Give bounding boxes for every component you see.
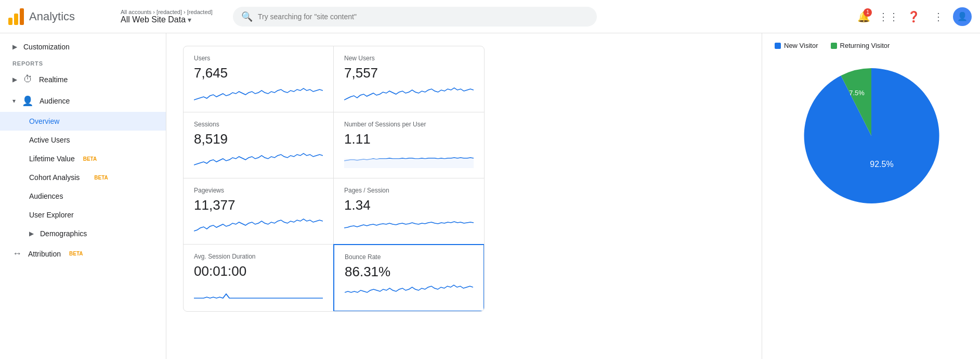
- returning-visitor-dot: [831, 43, 837, 49]
- chevron-right-icon: ▶: [12, 76, 17, 83]
- sidebar-item-label: Lifetime Value: [29, 155, 75, 163]
- sidebar-item-audiences[interactable]: Audiences: [0, 187, 166, 206]
- metric-value: 1.34: [344, 197, 474, 213]
- metric-card-sessions: Sessions 8,519: [184, 112, 334, 178]
- metric-label: Number of Sessions per User: [344, 121, 474, 128]
- chevron-right-icon: ▶: [29, 230, 34, 237]
- sidebar-item-label: Audience: [40, 97, 70, 105]
- beta-badge: BETA: [69, 251, 83, 257]
- sidebar-item-label: Realtime: [39, 75, 68, 84]
- sidebar-item-label: Audiences: [29, 192, 63, 200]
- apps-button[interactable]: ⋮⋮: [878, 6, 899, 27]
- logo-icon: [8, 8, 24, 25]
- metric-label: Users: [194, 55, 323, 62]
- logo-bar-2: [14, 14, 18, 25]
- logo-bar-1: [8, 18, 12, 25]
- sparkline-pages-per-session: [344, 217, 474, 234]
- metric-value: 1.11: [344, 131, 474, 147]
- beta-badge: BETA: [94, 175, 108, 181]
- metrics-grid: Users 7,645 New Users 7,557 Sessions 8,5…: [183, 46, 485, 312]
- metric-card-sessions-per-user: Number of Sessions per User 1.11: [334, 112, 484, 178]
- sidebar-item-active-users[interactable]: Active Users: [0, 131, 166, 149]
- header: Analytics All accounts › [redacted] › [r…: [0, 0, 980, 33]
- help-button[interactable]: ❓: [903, 6, 924, 27]
- sidebar-item-lifetime-value[interactable]: Lifetime Value BETA: [0, 149, 166, 168]
- app-name: Analytics: [29, 10, 75, 23]
- sparkline-bounce-rate: [345, 284, 473, 301]
- svg-rect-0: [344, 159, 474, 168]
- chart-legend: New Visitor Returning Visitor: [775, 42, 968, 49]
- avatar-icon: 👤: [957, 11, 968, 21]
- metric-label: Sessions: [194, 121, 323, 128]
- notification-badge: 1: [864, 8, 872, 17]
- new-visitor-pct-label: 92.5%: [870, 160, 893, 169]
- metric-label: Bounce Rate: [345, 253, 473, 261]
- sidebar-item-label: Customization: [23, 43, 70, 51]
- header-actions: 🔔 1 ⋮⋮ ❓ ⋮ 👤: [853, 6, 972, 27]
- sidebar-item-label: Active Users: [29, 136, 70, 144]
- new-visitor-slice: [804, 68, 939, 203]
- metric-card-pages-per-session: Pages / Session 1.34: [334, 178, 484, 245]
- sparkline-avg-session: [194, 284, 323, 300]
- chevron-right-icon: ▶: [12, 43, 17, 50]
- apps-icon: ⋮⋮: [878, 10, 899, 23]
- legend-label: New Visitor: [784, 42, 818, 49]
- metric-value: 8,519: [194, 131, 323, 147]
- metric-label: Pages / Session: [344, 187, 474, 194]
- metric-card-new-users: New Users 7,557: [334, 46, 484, 112]
- metric-label: Pageviews: [194, 187, 323, 194]
- main-content: Users 7,645 New Users 7,557 Sessions 8,5…: [166, 33, 762, 359]
- logo-bar-3: [20, 8, 24, 25]
- legend-item-new-visitor: New Visitor: [775, 42, 818, 49]
- legend-item-returning-visitor: Returning Visitor: [831, 42, 890, 49]
- sidebar-item-audience[interactable]: ▾ 👤 Audience: [0, 90, 166, 112]
- metric-value: 7,645: [194, 65, 323, 81]
- sparkline-users: [194, 85, 323, 102]
- sidebar-item-demographics[interactable]: ▶ Demographics: [0, 224, 166, 243]
- search-icon: 🔍: [241, 11, 253, 22]
- reports-section-label: REPORTS: [0, 56, 166, 69]
- notifications-button[interactable]: 🔔 1: [853, 6, 874, 27]
- account-selector[interactable]: All accounts › [redacted] › [redacted] A…: [121, 9, 225, 24]
- more-options-button[interactable]: ⋮: [928, 6, 949, 27]
- metric-value: 11,377: [194, 197, 323, 213]
- user-avatar[interactable]: 👤: [953, 7, 972, 26]
- help-icon: ❓: [907, 10, 920, 23]
- sidebar-item-label: Attribution: [28, 250, 61, 258]
- sidebar-item-overview[interactable]: Overview: [0, 112, 166, 131]
- legend-label: Returning Visitor: [840, 42, 890, 49]
- sparkline-sessions: [194, 151, 323, 168]
- sidebar-item-user-explorer[interactable]: User Explorer: [0, 206, 166, 224]
- search-input[interactable]: [258, 12, 589, 21]
- sparkline-sessions-per-user: [344, 151, 474, 168]
- search-bar[interactable]: 🔍: [233, 7, 597, 27]
- pie-chart-svg: 92.5% 7.5%: [793, 58, 949, 214]
- sparkline-pageviews: [194, 217, 323, 234]
- attribution-icon: ↔: [12, 248, 22, 259]
- metric-card-avg-session: Avg. Session Duration 00:01:00: [184, 245, 334, 311]
- person-icon: 👤: [22, 95, 33, 107]
- metric-card-bounce-rate: Bounce Rate 86.31%: [333, 244, 485, 312]
- sidebar-item-attribution[interactable]: ↔ Attribution BETA: [0, 243, 166, 264]
- breadcrumb: All accounts › [redacted] › [redacted]: [121, 9, 225, 15]
- chevron-down-icon: ▾: [188, 16, 191, 24]
- new-visitor-dot: [775, 43, 781, 49]
- site-name[interactable]: All Web Site Data ▾: [121, 15, 225, 24]
- metric-value: 7,557: [344, 65, 474, 81]
- sidebar-item-customization[interactable]: ▶ Customization: [0, 37, 166, 56]
- metric-value: 00:01:00: [194, 263, 323, 279]
- sidebar-item-label: User Explorer: [29, 211, 74, 219]
- metric-card-users: Users 7,645: [184, 46, 334, 112]
- sidebar-item-label: Cohort Analysis: [29, 173, 80, 182]
- clock-icon: ⏱: [23, 74, 33, 85]
- sidebar-item-realtime[interactable]: ▶ ⏱ Realtime: [0, 69, 166, 90]
- sidebar-item-cohort-analysis[interactable]: Cohort Analysis BETA: [0, 168, 166, 187]
- pie-chart: 92.5% 7.5%: [775, 58, 968, 214]
- sidebar-item-label: Demographics: [40, 229, 87, 238]
- sidebar-item-label: Overview: [29, 117, 59, 125]
- metric-card-pageviews: Pageviews 11,377: [184, 178, 334, 245]
- returning-visitor-pct-label: 7.5%: [849, 89, 865, 97]
- chevron-down-icon: ▾: [12, 97, 16, 105]
- layout: ▶ Customization REPORTS ▶ ⏱ Realtime ▾ 👤…: [0, 33, 980, 359]
- right-panel: New Visitor Returning Visitor 92.5% 7.5%: [762, 33, 980, 359]
